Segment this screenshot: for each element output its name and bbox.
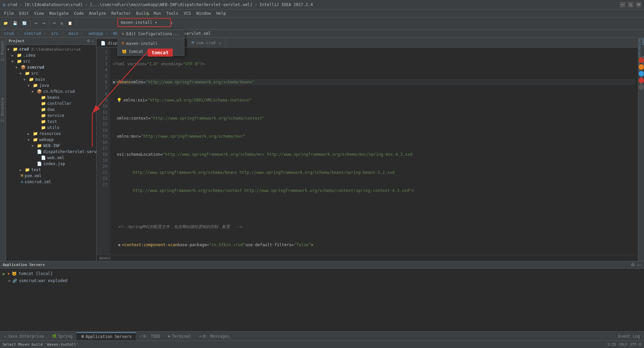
server-tomcat[interactable]: ▶ ▼ 🐱 tomcat [local] [0, 270, 644, 277]
toolbar-undo-btn[interactable]: ↩ [33, 19, 40, 28]
expand-arrow: ▼ [32, 144, 36, 148]
tree-item-controller[interactable]: 📁 controller [6, 100, 96, 107]
menu-vcs[interactable]: VCS [181, 10, 194, 16]
menu-code[interactable]: Code [71, 10, 87, 16]
tree-item-resources[interactable]: ▶ 📁 resources [6, 131, 96, 137]
opera-icon[interactable] [639, 78, 644, 83]
tree-item-service[interactable]: 📁 service [6, 113, 96, 119]
run-config-selected[interactable]: maven-install ▾ [118, 19, 170, 26]
maven-install-option[interactable]: M maven-install [118, 40, 184, 48]
menu-help[interactable]: Help [214, 10, 229, 16]
tab-close-ssm[interactable]: ✕ [219, 41, 221, 45]
menu-refactor[interactable]: Refactor [109, 10, 133, 16]
tree-item-ssmcrud-iml[interactable]: ⚙ ssmcrud.iml [6, 179, 96, 185]
menu-tools[interactable]: Tools [164, 10, 181, 16]
event-log-label: Event Log [618, 334, 640, 339]
minimize-button[interactable]: ─ [620, 2, 625, 7]
code-content[interactable]: <?xml version="1.0" encoding="UTF-8"?> ●… [110, 48, 638, 255]
bottom-settings-btn[interactable]: ⚙ [631, 262, 635, 267]
tree-label-src: src [23, 59, 31, 64]
nav-tab-src[interactable]: src [48, 30, 66, 37]
toolbar-redo-btn[interactable]: ↪ [40, 19, 47, 28]
menu-window[interactable]: Window [194, 10, 213, 16]
firefox-icon[interactable] [639, 64, 644, 70]
tree-item-webinf[interactable]: ▼ 📁 WEB-INF [6, 143, 96, 149]
run-btn[interactable]: ▶ [145, 9, 152, 19]
toolbar-paste-btn[interactable]: 📋 [66, 19, 74, 28]
tree-item-main[interactable]: ▼ 📁 main [6, 76, 96, 82]
bottom-panel-title: Application Servers [3, 263, 45, 267]
toolbar-cut-btn[interactable]: ✂ [51, 19, 58, 28]
toolbar-save-btn[interactable]: 💾 [11, 19, 19, 28]
maximize-button[interactable]: □ [628, 2, 633, 7]
tree-item-beans[interactable]: 📁 beans [6, 94, 96, 100]
toolbar-open-btn[interactable]: 📁 [1, 19, 10, 28]
ie-icon[interactable] [639, 71, 644, 76]
tree-item-src2[interactable]: ▼ 📁 src [6, 70, 96, 76]
project-expand-btn[interactable]: + [92, 39, 94, 43]
tree-item-test2[interactable]: ▶ 📁 test [6, 167, 96, 173]
tree-item-dao[interactable]: 📁 dao [6, 107, 96, 113]
editor-breadcrumb: beans [97, 255, 638, 261]
tree-item-package[interactable]: ▼ 📦 cn.hfbin.crud [6, 88, 96, 94]
status-position[interactable]: 3:29 [607, 342, 616, 347]
tab-todo[interactable]: ✓ 6: TODO [136, 333, 164, 340]
menu-navigate[interactable]: Navigate [47, 10, 71, 16]
tree-item-web-xml[interactable]: 📄 web.xml [6, 155, 96, 161]
menu-view[interactable]: View [32, 10, 47, 16]
tree-item-webapp[interactable]: ▼ 📁 webapp [6, 137, 96, 143]
tab-ssm-crud[interactable]: M ssm-crud ✕ [188, 39, 225, 47]
menu-analyze[interactable]: Analyze [86, 10, 109, 16]
spring-icon: 🌿 [52, 334, 57, 338]
structure-vert-label[interactable]: 2: Structure [1, 98, 4, 122]
line-3: 3 [97, 61, 110, 67]
tree-item-pom-xml[interactable]: M pom.xml [6, 173, 96, 179]
bean-validation-icon[interactable]: Bean Validation [639, 39, 644, 56]
tree-item-utils[interactable]: 📁 utils [6, 125, 96, 131]
expand-arrow: ▼ [28, 138, 32, 142]
chrome-icon[interactable] [639, 58, 644, 63]
ssm-tab-icon: M [192, 41, 194, 45]
nav-tab-webapp[interactable]: webapp [86, 30, 111, 37]
toolbar-copy-btn[interactable]: ⎘ [59, 19, 65, 28]
menu-file[interactable]: File [1, 10, 16, 16]
run-config-dropdown[interactable]: maven-install ▾ [117, 18, 171, 27]
tree-item-ssmcrud[interactable]: ▼ 📦 ssmcrud [6, 64, 96, 70]
close-button[interactable]: ✕ [636, 2, 641, 7]
tree-item-test[interactable]: 📁 test [6, 119, 96, 125]
tree-item-index-jsp[interactable]: 📄 index.jsp [6, 161, 96, 167]
status-charset[interactable]: UTF-8 [630, 342, 641, 347]
java-enterprise-icon: ☕ [4, 334, 6, 338]
safari-icon[interactable] [639, 84, 644, 90]
edit-config-icon: ✎ [122, 31, 124, 36]
nav-tab-crud[interactable]: crud [1, 30, 21, 37]
bottom-minimize-btn[interactable]: — [637, 262, 641, 267]
tree-item-dispatcher-xml[interactable]: 📄 dispatcherServlet-servlet.xml [6, 149, 96, 155]
webxml-icon: 📄 [41, 155, 46, 160]
toolbar-sync-btn[interactable]: 🔄 [20, 19, 29, 28]
status-crlf[interactable]: CRLF [619, 342, 628, 347]
app-servers-content: ▶ ▼ 🐱 tomcat [local] ⚙ 🔗 ssmcrud:war exp… [0, 269, 644, 331]
tab-app-servers[interactable]: 🖥 Application Servers [76, 332, 136, 340]
tab-java-enterprise[interactable]: ☕ Java Enterprise [0, 333, 48, 340]
menu-edit[interactable]: Edit [16, 10, 32, 16]
edit-configurations-option[interactable]: ✎ Edit Configurations... [118, 30, 184, 38]
tab-terminal[interactable]: ▶ Terminal [164, 333, 195, 340]
tab-spring[interactable]: 🌿 Spring [48, 333, 76, 340]
project-vert-label[interactable]: 1: Project [1, 41, 4, 61]
project-gear-btn[interactable]: ⚙ [87, 39, 90, 43]
tomcat-option[interactable]: 🐱 tomcat [118, 48, 184, 56]
tree-item-java[interactable]: ▼ 📁 java [6, 82, 96, 88]
nav-tab-ssmcrud[interactable]: ssmcrud [21, 30, 48, 37]
toolbar: 📁 💾 🔄 ↩ ↪ ✂ ⎘ 📋 maven-install ▾ ▶ 🐛 ⚡ 🔍 … [0, 17, 644, 29]
tree-item-idea[interactable]: ▶ 📁 .idea [6, 52, 96, 58]
tree-item-crud[interactable]: ▼ 📁 crud D:\IdeaDataSource\crud [6, 46, 96, 52]
tree-item-src[interactable]: ▼ 📁 src [6, 58, 96, 64]
tree-label-src2: src [31, 71, 39, 76]
tab-event-log[interactable]: Event Log [614, 333, 644, 340]
tab-messages[interactable]: ✉ 0: Messages [195, 333, 233, 340]
nav-tab-main[interactable]: main [66, 30, 86, 37]
bottom-panel-controls: ⚙ — [631, 262, 641, 267]
artifact-item[interactable]: ⚙ 🔗 ssmcrud:war exploded [0, 277, 644, 284]
tab-app-servers-label: Application Servers [86, 334, 131, 339]
